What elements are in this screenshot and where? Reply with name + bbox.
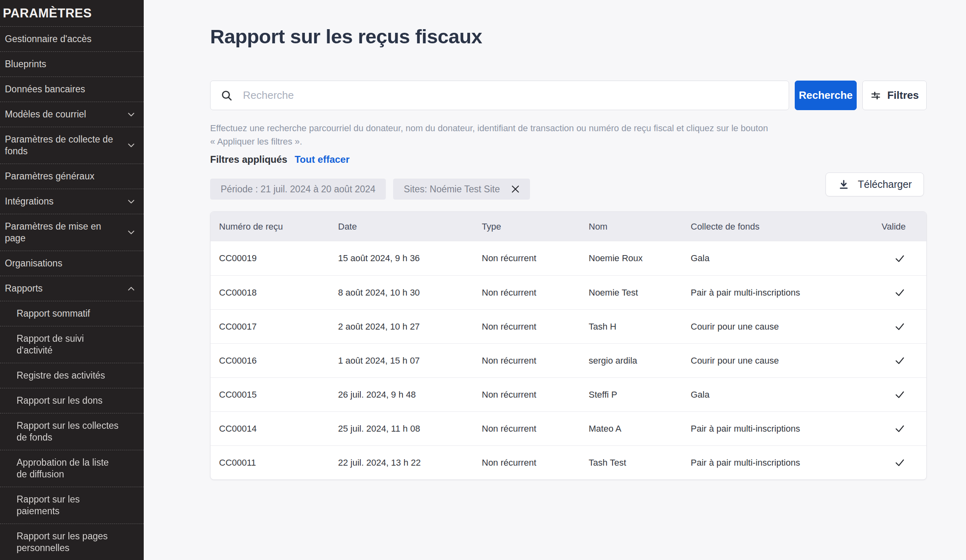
sidebar-item-label: Rapport sur les dons xyxy=(17,395,102,407)
sidebar-item-rapport-sommatif[interactable]: Rapport sommatif xyxy=(0,301,144,326)
valid-check-icon xyxy=(894,423,906,434)
table-row: CC00017 2 août 2024, 10 h 27 Non récurre… xyxy=(211,309,926,343)
sidebar-item-donnees-bancaires[interactable]: Données bancaires xyxy=(0,77,144,102)
valid-check-icon xyxy=(894,355,906,366)
receipt-number: CC00019 xyxy=(211,253,338,264)
chevron-up-icon xyxy=(126,283,136,294)
sidebar-item-rapport-sur-les-dons[interactable]: Rapport sur les dons xyxy=(0,388,144,413)
sidebar-item-blueprints[interactable]: Blueprints xyxy=(0,52,144,77)
settings-sidebar: PARAMÈTRES Gestionnaire d'accès Blueprin… xyxy=(0,0,144,560)
sidebar-item-label: Paramètres de collecte de fonds xyxy=(5,134,113,157)
valid-check-icon xyxy=(894,321,906,332)
search-row: Recherche Filtres xyxy=(210,81,927,110)
filters-bar: Période : 21 juil. 2024 à 20 août 2024 S… xyxy=(210,179,927,200)
remove-filter-icon[interactable] xyxy=(510,183,521,195)
filters-button-label: Filtres xyxy=(887,89,919,102)
sidebar-item-rapports[interactable]: Rapports xyxy=(0,276,144,301)
receipt-number: CC00018 xyxy=(211,287,338,298)
sidebar-title: PARAMÈTRES xyxy=(0,0,144,27)
sidebar-item-label: Gestionnaire d'accès xyxy=(5,33,91,45)
filters-button[interactable]: Filtres xyxy=(862,81,927,110)
table-row: CC00016 1 août 2024, 15 h 07 Non récurre… xyxy=(211,343,926,377)
sidebar-item-label: Blueprints xyxy=(5,58,46,70)
download-button[interactable]: Télécharger xyxy=(826,172,924,196)
receipt-date: 1 août 2024, 15 h 07 xyxy=(338,356,482,366)
search-input[interactable] xyxy=(211,81,789,110)
sidebar-item-rapport-suivi-activite[interactable]: Rapport de suivi d'activité xyxy=(0,326,144,363)
receipt-date: 8 août 2024, 10 h 30 xyxy=(338,287,482,298)
search-icon xyxy=(220,89,233,102)
sidebar-item-gestionnaire-dacces[interactable]: Gestionnaire d'accès xyxy=(0,27,144,52)
table-body: CC00019 15 août 2024, 9 h 36 Non récurre… xyxy=(211,241,926,479)
col-header-type: Type xyxy=(482,221,589,232)
filter-chip-label: Période : 21 juil. 2024 à 20 août 2024 xyxy=(221,184,375,195)
sidebar-item-label: Données bancaires xyxy=(5,83,85,95)
receipts-table: Numéro de reçu Date Type Nom Collecte de… xyxy=(210,211,927,480)
valid-check-icon xyxy=(894,457,906,468)
sidebar-item-organisations[interactable]: Organisations xyxy=(0,251,144,276)
sidebar-item-label: Rapports xyxy=(5,283,43,294)
clear-all-link[interactable]: Tout effacer xyxy=(295,154,350,165)
sidebar-item-label: Intégrations xyxy=(5,196,53,207)
filter-sliders-icon xyxy=(870,90,881,101)
chevron-down-icon xyxy=(126,227,136,238)
receipt-date: 26 juil. 2024, 9 h 48 xyxy=(338,390,482,400)
page-title: Rapport sur les reçus fiscaux xyxy=(210,25,927,48)
search-button[interactable]: Recherche xyxy=(795,81,857,110)
fundraiser-name: Gala xyxy=(691,390,861,400)
sidebar-item-parametres-collecte-fonds[interactable]: Paramètres de collecte de fonds xyxy=(0,127,144,164)
sidebar-item-label: Rapport sommatif xyxy=(17,308,90,319)
sidebar-item-label: Rapport de suivi d'activité xyxy=(17,333,84,356)
valid-check-icon xyxy=(894,253,906,264)
sidebar-item-integrations[interactable]: Intégrations xyxy=(0,189,144,214)
chevron-down-icon xyxy=(126,196,136,207)
fundraiser-name: Pair à pair multi-inscriptions xyxy=(691,424,861,434)
sidebar-item-modeles-de-courriel[interactable]: Modèles de courriel xyxy=(0,102,144,127)
sidebar-item-approbation-liste-diffusion[interactable]: Approbation de la liste de diffusion xyxy=(0,450,144,487)
donor-name: Noemie Test xyxy=(589,287,691,298)
valid-check-icon xyxy=(894,389,906,400)
fundraiser-name: Pair à pair multi-inscriptions xyxy=(691,458,861,468)
sidebar-item-rapport-pages-personnelles[interactable]: Rapport sur les pages personnelles xyxy=(0,524,144,560)
sidebar-item-rapport-collectes-de-fonds[interactable]: Rapport sur les collectes de fonds xyxy=(0,413,144,450)
sidebar-item-label: Modèles de courriel xyxy=(5,109,86,120)
sidebar-item-registre-des-activites[interactable]: Registre des activités xyxy=(0,363,144,388)
receipt-type: Non récurrent xyxy=(482,424,589,434)
search-helper-text: Effectuez une recherche parcourriel du d… xyxy=(210,121,801,148)
receipt-number: CC00015 xyxy=(211,390,338,400)
applied-filters-row: Filtres appliqués Tout effacer xyxy=(210,154,927,165)
sidebar-item-label: Registre des activités xyxy=(17,370,105,381)
sidebar-item-parametres-generaux[interactable]: Paramètres généraux xyxy=(0,164,144,189)
table-row: CC00011 22 juil. 2024, 13 h 22 Non récur… xyxy=(211,445,926,479)
search-box xyxy=(210,81,789,110)
donor-name: Tash Test xyxy=(589,458,691,468)
sidebar-item-rapport-sur-les-paiements[interactable]: Rapport sur les paiements xyxy=(0,487,144,524)
table-row: CC00014 25 juil. 2024, 11 h 08 Non récur… xyxy=(211,411,926,445)
receipt-date: 25 juil. 2024, 11 h 08 xyxy=(338,424,482,434)
donor-name: Tash H xyxy=(589,322,691,332)
sidebar-item-label: Organisations xyxy=(5,258,62,269)
receipt-number: CC00011 xyxy=(211,458,338,468)
col-header-numero-de-recu: Numéro de reçu xyxy=(211,221,338,232)
donor-name: sergio ardila xyxy=(589,356,691,366)
fundraiser-name: Courir pour une cause xyxy=(691,356,861,366)
receipt-type: Non récurrent xyxy=(482,322,589,332)
receipt-type: Non récurrent xyxy=(482,356,589,366)
receipt-date: 15 août 2024, 9 h 36 xyxy=(338,253,482,264)
receipt-date: 2 août 2024, 10 h 27 xyxy=(338,322,482,332)
fundraiser-name: Courir pour une cause xyxy=(691,322,861,332)
filter-chip-label: Sites: Noémie Test Site xyxy=(404,184,500,195)
receipt-type: Non récurrent xyxy=(482,458,589,468)
filter-chip-sites: Sites: Noémie Test Site xyxy=(393,179,530,200)
sidebar-item-parametres-mise-en-page[interactable]: Paramètres de mise en page xyxy=(0,214,144,251)
table-row: CC00018 8 août 2024, 10 h 30 Non récurre… xyxy=(211,275,926,309)
receipt-type: Non récurrent xyxy=(482,253,589,264)
receipt-number: CC00016 xyxy=(211,356,338,366)
filter-chips: Période : 21 juil. 2024 à 20 août 2024 S… xyxy=(210,179,927,200)
fundraiser-name: Gala xyxy=(691,253,861,264)
fundraiser-name: Pair à pair multi-inscriptions xyxy=(691,287,861,298)
donor-name: Mateo A xyxy=(589,424,691,434)
donor-name: Noemie Roux xyxy=(589,253,691,264)
applied-filters-label: Filtres appliqués xyxy=(210,154,287,165)
col-header-date: Date xyxy=(338,221,482,232)
